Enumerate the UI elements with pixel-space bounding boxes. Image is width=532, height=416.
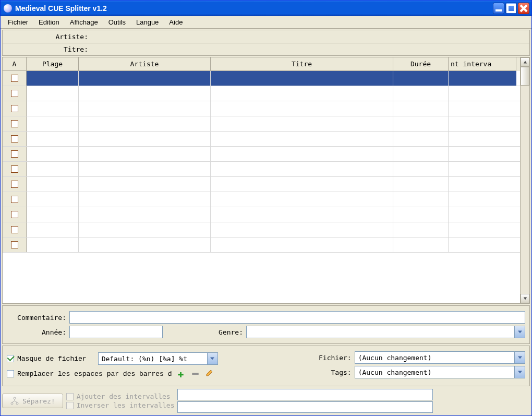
edit-mask-button[interactable] <box>204 368 215 379</box>
menu-aide[interactable]: Aide <box>164 17 188 28</box>
scroll-up-button[interactable] <box>521 57 529 67</box>
artist-label: Artiste: <box>3 33 91 41</box>
menu-langue[interactable]: Langue <box>131 17 164 28</box>
table-row[interactable] <box>3 101 520 116</box>
mask-panel: Masque de fichier Default: (%n) [%a] %t … <box>2 346 530 386</box>
col-header-interval[interactable]: nt interva <box>449 57 516 71</box>
filemask-checkbox[interactable] <box>7 355 14 362</box>
table-cell <box>79 71 211 86</box>
row-checkbox[interactable] <box>11 90 18 97</box>
row-checkbox[interactable] <box>11 105 18 112</box>
table-cell <box>211 132 393 146</box>
menu-outils[interactable]: Outils <box>103 17 131 28</box>
fichier-label: Fichier: <box>308 354 355 362</box>
row-checkbox-cell[interactable] <box>3 237 27 252</box>
menu-fichier[interactable]: Fichier <box>3 17 33 28</box>
col-header-plage[interactable]: Plage <box>27 57 79 71</box>
minimize-button[interactable] <box>493 3 504 14</box>
genre-combo[interactable] <box>246 326 525 338</box>
table-cell <box>79 177 211 192</box>
col-header-artiste[interactable]: Artiste <box>79 57 211 71</box>
col-header-duree[interactable]: Durée <box>393 57 449 71</box>
row-checkbox[interactable] <box>11 211 18 218</box>
maximize-button[interactable] <box>505 3 517 14</box>
close-button[interactable] <box>518 3 529 14</box>
table-row[interactable] <box>3 147 520 162</box>
scroll-track[interactable] <box>521 67 529 294</box>
table-cell <box>211 237 393 252</box>
table-cell <box>393 237 449 252</box>
split-button[interactable]: Séparez! <box>2 394 63 408</box>
table-cell <box>79 237 211 252</box>
filemask-combo[interactable]: Default: (%n) [%a] %t <box>98 352 218 365</box>
row-checkbox-cell[interactable] <box>3 147 27 161</box>
row-checkbox[interactable] <box>11 226 18 233</box>
row-checkbox-cell[interactable] <box>3 101 27 116</box>
table-row[interactable] <box>3 207 520 222</box>
table-row[interactable] <box>3 192 520 207</box>
chevron-down-icon[interactable] <box>207 353 217 364</box>
row-checkbox[interactable] <box>11 181 18 188</box>
grid-body[interactable] <box>3 71 520 303</box>
menu-edition[interactable]: Edition <box>33 17 65 28</box>
plus-icon: ✚ <box>177 367 184 381</box>
row-checkbox[interactable] <box>11 150 18 158</box>
chevron-down-icon[interactable] <box>514 352 525 363</box>
menubar: Fichier Edition Affichage Outils Langue … <box>1 16 531 29</box>
row-checkbox[interactable] <box>11 120 18 127</box>
col-header-titre[interactable]: Titre <box>211 57 393 71</box>
row-checkbox[interactable] <box>11 165 18 173</box>
table-cell <box>393 162 449 176</box>
row-checkbox[interactable] <box>11 241 18 248</box>
genre-label: Genre: <box>210 328 246 336</box>
interval-start-input[interactable] <box>177 389 433 400</box>
table-row[interactable] <box>3 86 520 101</box>
row-checkbox-cell[interactable] <box>3 71 27 86</box>
replace-spaces-label: Remplacer les espaces par des barres d <box>17 370 172 378</box>
row-checkbox-cell[interactable] <box>3 132 27 146</box>
row-checkbox-cell[interactable] <box>3 86 27 101</box>
interval-end-input[interactable] <box>177 401 433 413</box>
table-row[interactable] <box>3 132 520 147</box>
row-checkbox[interactable] <box>11 196 18 203</box>
replace-spaces-checkbox[interactable] <box>7 370 14 377</box>
col-header-a[interactable]: A <box>3 57 27 71</box>
row-checkbox-cell[interactable] <box>3 177 27 192</box>
chevron-down-icon[interactable] <box>514 326 525 338</box>
table-cell <box>211 222 393 237</box>
row-checkbox-cell[interactable] <box>3 162 27 176</box>
row-checkbox-cell[interactable] <box>3 207 27 222</box>
table-cell <box>393 177 449 192</box>
table-row[interactable] <box>3 71 520 86</box>
table-cell <box>449 132 516 146</box>
row-checkbox-cell[interactable] <box>3 222 27 237</box>
row-checkbox-cell[interactable] <box>3 192 27 207</box>
row-checkbox[interactable] <box>11 75 18 82</box>
table-row[interactable] <box>3 177 520 192</box>
table-cell <box>449 116 516 131</box>
table-cell <box>79 116 211 131</box>
tags-combo[interactable]: (Aucun changement) <box>355 366 525 378</box>
scroll-down-button[interactable] <box>521 294 529 303</box>
scroll-thumb[interactable] <box>521 67 529 86</box>
table-cell <box>79 192 211 207</box>
add-intervals-checkbox[interactable] <box>66 393 74 400</box>
row-checkbox-cell[interactable] <box>3 116 27 131</box>
fichier-combo[interactable]: (Aucun changement) <box>355 351 525 364</box>
row-checkbox[interactable] <box>11 135 18 142</box>
table-row[interactable] <box>3 162 520 177</box>
table-cell <box>449 101 516 116</box>
table-cell <box>449 177 516 192</box>
invert-intervals-checkbox[interactable] <box>66 402 74 409</box>
comment-input[interactable] <box>69 311 525 324</box>
add-mask-button[interactable]: ✚ <box>175 368 186 379</box>
table-row[interactable] <box>3 237 520 253</box>
table-row[interactable] <box>3 222 520 237</box>
remove-mask-button[interactable]: ━ <box>189 368 201 379</box>
chevron-down-icon[interactable] <box>514 366 525 378</box>
menu-affichage[interactable]: Affichage <box>65 17 103 28</box>
table-cell <box>211 162 393 176</box>
year-input[interactable] <box>69 326 163 338</box>
table-row[interactable] <box>3 116 520 132</box>
vertical-scrollbar[interactable] <box>520 57 529 303</box>
